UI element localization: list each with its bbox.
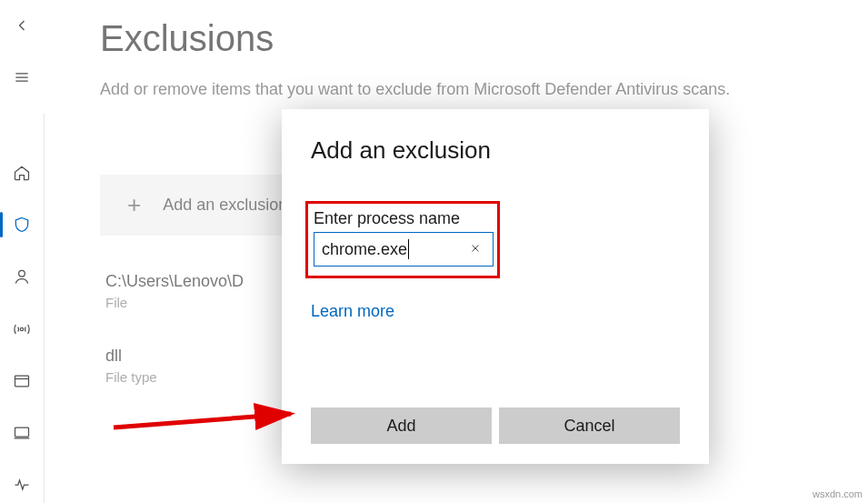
add-exclusion-dialog: Add an exclusion Enter process name chro… bbox=[282, 109, 709, 464]
shield-icon[interactable] bbox=[4, 206, 40, 242]
vertical-separator bbox=[44, 114, 45, 503]
add-button[interactable]: Add bbox=[311, 407, 492, 444]
svg-point-0 bbox=[19, 271, 25, 277]
health-icon[interactable] bbox=[4, 468, 40, 503]
learn-more-link[interactable]: Learn more bbox=[311, 302, 394, 321]
device-icon[interactable] bbox=[4, 415, 40, 450]
text-cursor bbox=[408, 239, 409, 259]
page-title: Exclusions bbox=[100, 18, 850, 59]
cancel-button[interactable]: Cancel bbox=[499, 407, 680, 444]
network-icon[interactable] bbox=[4, 311, 40, 347]
dialog-button-row: Add Cancel bbox=[311, 407, 680, 444]
svg-rect-2 bbox=[15, 376, 29, 387]
process-name-input[interactable]: chrome.exe bbox=[314, 232, 494, 267]
dialog-title: Add an exclusion bbox=[311, 136, 680, 165]
field-label: Enter process name bbox=[314, 209, 492, 228]
account-icon[interactable] bbox=[4, 259, 40, 295]
page-description: Add or remove items that you want to exc… bbox=[100, 77, 754, 102]
svg-point-1 bbox=[20, 327, 23, 330]
left-nav-rail bbox=[0, 0, 44, 503]
highlight-box: Enter process name chrome.exe bbox=[305, 201, 500, 278]
add-exclusion-label: Add an exclusion bbox=[163, 196, 287, 215]
watermark: wsxdn.com bbox=[813, 488, 863, 499]
input-value: chrome.exe bbox=[322, 240, 407, 259]
home-icon[interactable] bbox=[4, 155, 40, 190]
back-icon[interactable] bbox=[4, 7, 40, 43]
svg-rect-3 bbox=[15, 428, 29, 437]
browser-icon[interactable] bbox=[4, 363, 40, 398]
menu-icon[interactable] bbox=[4, 59, 40, 95]
clear-input-button[interactable] bbox=[465, 240, 485, 259]
svg-line-4 bbox=[114, 414, 291, 428]
plus-icon: + bbox=[127, 191, 141, 219]
